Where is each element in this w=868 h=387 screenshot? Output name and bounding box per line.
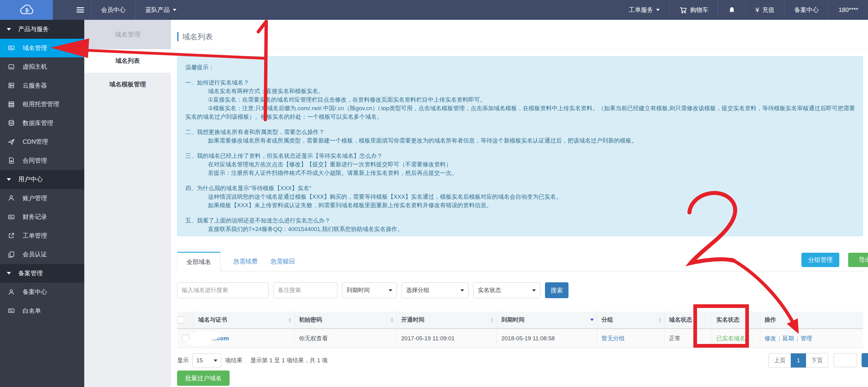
col-group[interactable]: 分组	[597, 312, 665, 328]
whitelist-card-icon	[8, 307, 14, 314]
results-summary: 显示第 1 至 1 项结果，共 1 项	[250, 356, 328, 364]
note-search-input[interactable]	[273, 282, 337, 298]
nav-products-menu[interactable]: 蓝队产品	[135, 0, 186, 20]
domain-card-icon	[8, 44, 14, 51]
pagination-bar: 显示 15 项结果 显示第 1 至 1 项结果，共 1 项 上页 1 下页 GO	[177, 353, 863, 368]
sort-icon[interactable]	[658, 318, 661, 322]
domain-search-input[interactable]	[177, 282, 269, 298]
menu-icon[interactable]	[70, 0, 91, 20]
go-button[interactable]: GO	[862, 353, 868, 367]
tips-question-1: 一、如何进行实名域名？ 域名实名有两种方式：直接实名和模板实名。 ①直接实名：在…	[185, 78, 856, 121]
sidebar-section-user-center[interactable]: 用户中心	[0, 170, 84, 189]
tab-renewal-urgent[interactable]: 急需续费	[233, 257, 258, 265]
rack-icon	[8, 101, 14, 108]
tips-question-5: 五、我看了上面的说明还是不知道怎么进行实名怎么办？ 直接联系我们的7×24服务Q…	[185, 216, 856, 233]
domain-table: 域名与证书 初始密码 开通时间 到期时间 分组 域名状态 实名状态 操作 lan…	[177, 312, 863, 348]
sidebar-section-beian-management[interactable]: 备案管理	[0, 264, 84, 283]
actions-cell: 修改 | 延期 | 管理	[760, 329, 863, 348]
col-domain[interactable]: 域名与证书	[194, 312, 294, 328]
sidebar-item-domain-management[interactable]: 域名管理	[0, 39, 84, 58]
sidebar-item-finance-records[interactable]: 财务记录	[0, 207, 84, 226]
tab-redeem-urgent[interactable]: 急需赎回	[271, 257, 295, 265]
sidebar-item-cloud-server[interactable]: 云服务器	[0, 76, 84, 95]
chevron-down-icon	[532, 289, 536, 291]
table-header-row: 域名与证书 初始密码 开通时间 到期时间 分组 域名状态 实名状态 操作	[177, 312, 863, 329]
col-password[interactable]: 初始密码	[294, 312, 397, 328]
sort-icon[interactable]	[391, 318, 394, 322]
page-size-select[interactable]: 15	[192, 353, 221, 367]
sidebar-item-hosting-management[interactable]: 租用托管管理	[0, 95, 84, 114]
nav-member-center[interactable]: 会员中心	[91, 0, 135, 20]
col-expire-time[interactable]: 到期时间	[497, 312, 597, 328]
renew-link[interactable]: 延期	[782, 334, 794, 343]
prev-page-button[interactable]: 上页	[769, 353, 791, 367]
nav-account-phone[interactable]: 180****	[829, 0, 868, 20]
col-open-time[interactable]: 开通时间	[397, 312, 497, 328]
nav-recharge[interactable]: ¥充值	[746, 0, 784, 20]
submenu-header: 域名管理	[84, 20, 171, 49]
realname-status-select[interactable]: 实名状态	[473, 282, 540, 298]
password-cell: 你无权查看	[294, 329, 397, 348]
table-row: landui.com 你无权查看 2017-05-19 11:09:01 201…	[177, 329, 863, 348]
sidebar-item-account-management[interactable]: 账户管理	[0, 189, 84, 208]
nav-beian-center[interactable]: 备案中心	[784, 0, 828, 20]
batch-transfer-button[interactable]: 批量过户域名	[177, 370, 229, 386]
group-manage-button[interactable]: 分组管理	[801, 253, 839, 267]
tab-all-domains[interactable]: 全部域名	[177, 252, 220, 271]
top-navbar: 会员中心 蓝队产品 工单服务 购物车 ¥充值 备案中心 180****	[0, 0, 868, 20]
document-icon	[8, 157, 14, 164]
search-button[interactable]: 搜索	[545, 282, 568, 298]
domain-status-cell: 正常	[665, 329, 712, 348]
sidebar-item-work-order-management[interactable]: 工单管理	[0, 226, 84, 246]
select-all-checkbox[interactable]	[177, 317, 184, 324]
user-icon	[8, 289, 14, 295]
col-domain-status: 域名状态	[665, 312, 712, 328]
sidebar-item-whitelist[interactable]: 白名单	[0, 301, 84, 320]
user-icon	[8, 195, 14, 201]
drive-icon	[8, 63, 14, 70]
cart-icon	[680, 6, 687, 14]
nav-work-order-menu[interactable]: 工单服务	[619, 0, 670, 20]
sidebar-item-beian-center[interactable]: 备案中心	[0, 283, 84, 301]
expire-time-select[interactable]: 到期时间	[342, 282, 397, 298]
paper-plane-icon	[8, 138, 14, 145]
tips-panel: 温馨提示： 一、如何进行实名域名？ 域名实名有两种方式：直接实名和模板实名。 ①…	[177, 56, 863, 236]
submenu-item-domain-list[interactable]: 域名列表	[84, 49, 171, 73]
submenu-item-domain-template[interactable]: 域名模板管理	[84, 73, 171, 96]
row-select-cell	[177, 329, 194, 348]
navbar-right: 工单服务 购物车 ¥充值 备案中心 180****	[619, 0, 868, 20]
manage-link[interactable]: 管理	[801, 334, 812, 343]
sidebar-item-member-verification[interactable]: 会员认证	[0, 245, 84, 264]
sidebar-item-virtual-host[interactable]: 虚拟主机	[0, 57, 84, 76]
domain-link[interactable]: landui.com	[198, 335, 229, 342]
sort-icon[interactable]	[491, 318, 494, 322]
copy-icon	[8, 251, 14, 258]
nav-notifications[interactable]	[718, 0, 745, 20]
sort-icon[interactable]	[288, 318, 291, 322]
modify-link[interactable]: 修改	[765, 334, 776, 343]
group-select[interactable]: 选择分组	[402, 282, 469, 298]
brand-logo[interactable]	[0, 0, 53, 20]
sort-desc-icon[interactable]	[590, 319, 594, 321]
filter-bar: 到期时间 选择分组 实名状态 搜索	[177, 282, 863, 298]
sidebar-section-products[interactable]: 产品与服务	[0, 20, 84, 39]
divider	[171, 49, 868, 50]
caret-down-icon	[7, 272, 11, 275]
cloud-logo-icon	[19, 3, 34, 17]
row-checkbox[interactable]	[182, 335, 189, 342]
group-cell: 暂无分组	[597, 329, 665, 348]
export-data-button[interactable]: 导出数据	[848, 253, 868, 267]
group-link[interactable]: 暂无分组	[601, 334, 625, 343]
next-page-button[interactable]: 下页	[806, 353, 828, 367]
sidebar-item-cdn-management[interactable]: CDN管理	[0, 132, 84, 151]
nav-cart[interactable]: 购物车	[670, 0, 718, 20]
goto-page-input[interactable]	[834, 353, 857, 367]
sidebar-item-contract-management[interactable]: 合同管理	[0, 151, 84, 170]
sidebar-item-database-management[interactable]: 数据库管理	[0, 114, 84, 133]
realname-status-badge: 已实名域名	[716, 334, 745, 343]
current-page-button[interactable]: 1	[791, 353, 806, 367]
open-time-cell: 2017-05-19 11:09:01	[397, 329, 497, 348]
yen-icon: ¥	[755, 6, 759, 14]
chevron-down-icon	[656, 9, 660, 11]
caret-down-icon	[7, 178, 11, 181]
